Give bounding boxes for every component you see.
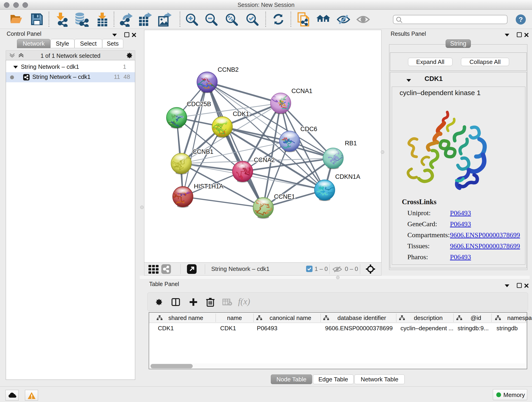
svg-text:CDC6: CDC6: [300, 126, 317, 133]
svg-text:CCNA2: CCNA2: [254, 157, 275, 163]
svg-text:CDKN1A: CDKN1A: [335, 173, 360, 180]
svg-text:CCNB1: CCNB1: [192, 148, 214, 155]
svg-text:RB1: RB1: [345, 140, 357, 147]
svg-text:CDK1: CDK1: [233, 110, 249, 117]
svg-text:CCNB2: CCNB2: [218, 66, 239, 73]
svg-text:HIST1H1A: HIST1H1A: [194, 183, 223, 190]
svg-text:CCNA1: CCNA1: [291, 88, 312, 95]
svg-text:CDC25B: CDC25B: [187, 101, 211, 108]
svg-text:CCNE1: CCNE1: [274, 193, 295, 200]
